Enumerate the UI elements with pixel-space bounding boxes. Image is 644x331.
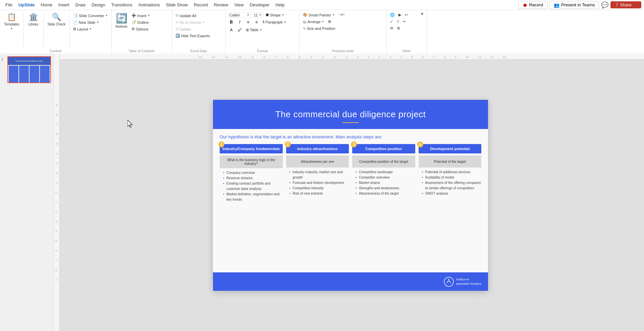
ruler-mark: 10 <box>466 56 469 59</box>
update-icon: ↺ <box>175 27 178 31</box>
highlight-button[interactable]: 🖊 <box>236 26 244 33</box>
chat-icon-button[interactable]: 💬 <box>601 1 608 9</box>
footer-logo: Institut enpotentiels humains <box>443 276 481 287</box>
size-position-button[interactable]: ⤡ Size and Position <box>302 25 337 31</box>
menu-file[interactable]: File <box>3 1 15 8</box>
menu-view[interactable]: View <box>231 1 246 8</box>
present-label: Present in Teams <box>561 2 595 7</box>
align-left-button[interactable]: ≡ <box>245 19 252 25</box>
col-1-item-3: Existing contract portfolio and customer… <box>223 181 283 192</box>
thumb-title-bar: The commercial due diligence project <box>8 57 50 65</box>
slide-1-thumbnail[interactable]: The commercial due diligence project <box>7 56 51 83</box>
email-button[interactable]: ✉ <box>389 25 394 31</box>
templates-button[interactable]: 📋 Templates ▼ <box>2 11 21 31</box>
settings-button[interactable]: ⚙ <box>395 25 401 31</box>
slide-converter-button[interactable]: 📑 Slide Converter ▼ <box>72 13 109 18</box>
toc-insert-button[interactable]: ➕ Insert ▼ <box>130 13 151 18</box>
col-4-item-1: Potential of additional services <box>422 170 482 175</box>
present-in-teams-button[interactable]: 👥 Present in Teams <box>549 1 599 9</box>
ruler-mark: -7 <box>274 56 277 59</box>
ruler-mark: 12 <box>490 56 493 59</box>
hide-text-exports-button[interactable]: 🔤 Hide Text Exports <box>174 33 211 39</box>
menu-home[interactable]: Home <box>38 1 55 8</box>
slide-canvas[interactable]: The commercial due diligence project Our… <box>213 100 488 291</box>
col-3-subheader: Competitive position of the target <box>352 155 415 168</box>
menu-transitions[interactable]: Transitions <box>108 1 135 8</box>
check-button[interactable]: ✓ <box>389 19 394 24</box>
menu-record[interactable]: Record <box>191 1 211 8</box>
font-color-button[interactable]: A <box>228 26 235 33</box>
italic-button[interactable]: I <box>236 19 244 25</box>
precision-group-items: 🎨 Smart Painter ▼ ⊣⊢ 🗂 Arrange <box>302 11 384 48</box>
go-to-source-button: ➡ Go to Source ▼ <box>174 19 211 25</box>
play-button[interactable]: ▶ <box>397 12 402 18</box>
library-button[interactable]: 🏛️ Library <box>26 11 41 27</box>
paragraph-button[interactable]: ¶ Paragraph ▼ <box>261 19 288 25</box>
table-button[interactable]: ⊞ Table ▼ <box>245 27 264 33</box>
update-all-button[interactable]: ↻ Update All <box>174 13 211 18</box>
ruler-mark: -3 <box>322 56 324 59</box>
align-center-button[interactable]: ≡ <box>253 19 260 25</box>
v-ruler-mark: 7 <box>55 259 58 262</box>
slide-check-button[interactable]: 🔍 Slide Check <box>46 11 67 27</box>
redo-button[interactable]: ↪ <box>401 19 407 24</box>
col-4-header: 4 Development potential <box>419 144 482 153</box>
toc-insert-icon: ➕ <box>131 13 136 18</box>
ruler-mark: 1 <box>368 56 369 59</box>
col-4-subheader: Potential of the target <box>419 155 482 168</box>
slides-panel: 1 The commercial due diligence project <box>0 54 54 331</box>
excel-col: ↻ Update All ➡ Go to Source ▼ ↺ Update <box>174 11 211 39</box>
col-1-item-1: Company overview <box>223 170 283 176</box>
undo-button[interactable]: ↩ <box>404 12 409 18</box>
menu-help[interactable]: Help <box>273 1 287 8</box>
arrange-button[interactable]: 🗂 Arrange ▼ <box>302 19 326 24</box>
expand-ribbon-button[interactable]: ▼ <box>419 11 425 16</box>
sep3 <box>69 12 70 48</box>
shape-label: Shape <box>270 13 281 17</box>
canvas-scroll-area[interactable]: The commercial due diligence project Our… <box>54 60 644 331</box>
ruler-mark: 7 <box>433 56 434 59</box>
menu-insert[interactable]: Insert <box>56 1 72 8</box>
ruler-mark: 6 <box>422 56 424 59</box>
font-selector[interactable]: Calibri ▼ <box>228 12 251 18</box>
refresh-button[interactable]: 🔄 Refresh <box>114 11 129 30</box>
layout-button[interactable]: ⊞ Layout ▼ <box>72 26 109 32</box>
arrange-label: Arrange <box>308 20 321 24</box>
templates-icon: 📋 <box>7 13 16 21</box>
shape-button[interactable]: ⬟ Shape ▼ <box>264 12 286 18</box>
menu-upslide[interactable]: UpSlide <box>16 1 37 8</box>
col-2-header: 2 Industry attractiveness <box>286 144 349 153</box>
menu-animations[interactable]: Animations <box>136 1 162 8</box>
distribute-h-icon: ⊣⊢ <box>338 13 345 17</box>
link-button[interactable]: 🌐 <box>389 12 396 18</box>
menu-slideshow[interactable]: Slide Show <box>163 1 191 8</box>
slide-1-number: 1 <box>1 56 6 61</box>
ruler-mark: 8 <box>444 56 445 59</box>
menu-developer[interactable]: Developer <box>247 1 272 8</box>
ruler-horizontal: -13 -12 -11 -10 -9 -8 -7 -6 -5 -4 -3 -2 … <box>60 54 644 60</box>
ruler-mark: 13 <box>503 56 506 59</box>
outline-button[interactable]: 📝 Outline <box>130 19 151 25</box>
record-button[interactable]: ⏺ Record <box>518 1 547 9</box>
bold-button[interactable]: B <box>228 19 235 25</box>
menu-design[interactable]: Design <box>89 1 108 8</box>
align-objects-button[interactable]: ⊞ <box>327 19 332 24</box>
v-ruler-mark: 9 <box>55 278 58 281</box>
font-size-selector[interactable]: 11 ▼ <box>252 12 263 18</box>
menu-review[interactable]: Review <box>211 1 231 8</box>
slide-column-2: 2 Industry attractiveness Attractiveness… <box>286 144 349 202</box>
question-button[interactable]: ? <box>395 19 400 24</box>
thumb-col-4 <box>40 66 50 83</box>
options-button[interactable]: ⚙ Options <box>130 26 151 32</box>
options-icon: ⚙ <box>131 27 135 31</box>
distribute-h-button[interactable]: ⊣⊢ <box>337 12 346 18</box>
smart-painter-icon: 🎨 <box>303 13 308 17</box>
logo-text: Institut enpotentiels humains <box>456 277 481 286</box>
shape-icon: ⬟ <box>266 13 269 17</box>
v-ruler-mark: -4 <box>55 152 58 155</box>
smart-painter-button[interactable]: 🎨 Smart Painter ▼ <box>302 12 336 18</box>
menu-draw[interactable]: Draw <box>73 1 88 8</box>
share-button[interactable]: ⤴ Share ▼ <box>610 1 641 8</box>
col-4-item-2: Scalability of model <box>422 175 482 180</box>
new-slide-button[interactable]: 📄 New Slide ▼ <box>72 19 109 25</box>
